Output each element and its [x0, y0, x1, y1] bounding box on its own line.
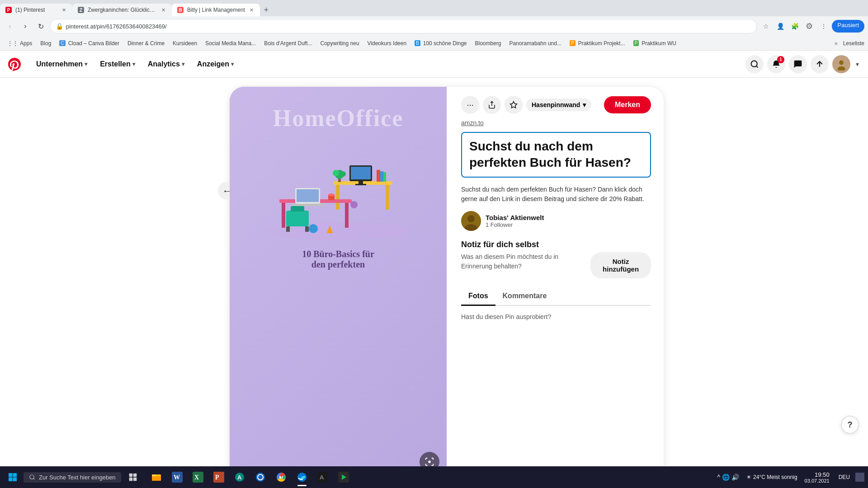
language-indicator[interactable]: DEU	[837, 473, 852, 481]
taskbar-search[interactable]: Zur Suche Text hier eingeben	[24, 472, 121, 483]
task-view-icon	[128, 473, 137, 482]
bookmarks-bar: ⋮⋮ Apps Blog C Cload – Canva Bilder Dinn…	[0, 36, 868, 51]
reload-button[interactable]: ↻	[34, 20, 47, 33]
notifications-button[interactable]: 1	[767, 55, 785, 73]
reading-list-label[interactable]: Leseliste	[843, 40, 864, 47]
tab-kommentare[interactable]: Kommentare	[495, 287, 554, 306]
author-avatar[interactable]	[461, 211, 481, 231]
taskbar-edge[interactable]	[292, 467, 312, 487]
taskbar-chevron-up-icon[interactable]: ^	[717, 474, 721, 481]
browser-tab-1[interactable]: P (1) Pinterest ✕	[0, 4, 72, 16]
security-icon: 🔒	[56, 23, 63, 30]
weather-text: 24°C Meist sonnig	[753, 474, 797, 480]
bookmark-blog[interactable]: Blog	[37, 38, 55, 48]
browser-tab-2[interactable]: Z Zwergkaninchen: Glücklich durc... ✕	[72, 4, 172, 16]
board-selector[interactable]: Hasenpinnwand ▾	[526, 99, 591, 111]
taskbar-app6[interactable]	[250, 467, 270, 487]
svg-text:X: X	[194, 474, 199, 481]
svg-rect-30	[305, 226, 309, 232]
pin-more-button[interactable]: ···	[461, 96, 479, 114]
taskbar-volume-icon[interactable]: 🔊	[731, 474, 739, 481]
pin-star-button[interactable]	[505, 96, 523, 114]
extension-icon[interactable]: 🧩	[788, 20, 801, 33]
windows-icon	[8, 473, 17, 482]
nav-analytics[interactable]: Analytics ▾	[142, 56, 190, 72]
pin-share-button[interactable]	[483, 96, 501, 114]
bookmark-praktikum1[interactable]: P Praktikum Projekt...	[566, 38, 629, 48]
profile-icon[interactable]: 👤	[774, 20, 787, 33]
chromium-icon[interactable]: ⚙	[803, 20, 816, 33]
content-wrapper: ← HomeOffice	[0, 78, 868, 488]
bookmark-blog-label: Blog	[40, 40, 51, 47]
bookmark-panorama[interactable]: Panoramabahn und...	[506, 38, 565, 48]
tab3-close[interactable]: ✕	[249, 6, 255, 14]
taskbar-app5[interactable]: A	[230, 467, 250, 487]
bookmark-apps-label: Apps	[20, 40, 32, 47]
forward-button[interactable]: ›	[19, 20, 32, 33]
bookmark-dinner[interactable]: Dinner & Crime	[124, 38, 168, 48]
bookmark-star-icon[interactable]: ☆	[760, 20, 772, 33]
task-view-button[interactable]	[123, 467, 143, 487]
bookmark-100dinge[interactable]: B 100 schöne Dinge	[411, 38, 470, 48]
new-tab-button[interactable]: +	[260, 4, 273, 16]
more-options-icon[interactable]: ⋮	[817, 20, 830, 33]
powerpoint-icon: P	[213, 472, 224, 483]
tab1-favicon: P	[5, 7, 12, 13]
pin-source-link[interactable]: amzn.to	[461, 119, 651, 127]
nav-analytics-label: Analytics	[148, 60, 180, 68]
taskbar-powerpoint[interactable]: P	[209, 467, 229, 487]
pin-footer-text: 10 Büro-Basics fürden perfekten	[302, 249, 374, 270]
svg-rect-50	[152, 476, 161, 481]
help-button[interactable]: ?	[841, 416, 859, 434]
add-note-button[interactable]: Notiz hinzufügen	[590, 252, 651, 278]
nav-erstellen[interactable]: Erstellen ▾	[94, 56, 141, 72]
save-pin-button[interactable]: Merken	[604, 96, 651, 113]
user-menu-chevron-icon[interactable]: ▾	[854, 59, 861, 70]
show-desktop-button[interactable]	[855, 473, 864, 482]
bookmark-canva[interactable]: C Cload – Canva Bilder	[56, 38, 123, 48]
nav-unternehmen-label: Unternehmen	[36, 60, 83, 68]
start-button[interactable]	[4, 468, 22, 486]
taskbar-app8[interactable]: A	[313, 467, 333, 487]
bookmark-apps[interactable]: ⋮⋮ Apps	[4, 38, 36, 48]
taskbar-excel[interactable]: X	[188, 467, 208, 487]
user-avatar[interactable]	[832, 55, 850, 73]
browser-profile-button[interactable]: Pausiert	[832, 20, 864, 33]
weather-info[interactable]: ☀ 24°C Meist sonnig	[746, 474, 797, 480]
pinterest-app: Unternehmen ▾ Erstellen ▾ Analytics ▾ An…	[0, 51, 868, 488]
address-bar[interactable]: 🔒 pinterest.at/pin/617626536400823469/	[50, 19, 757, 33]
browser-tab-3[interactable]: B Bitly | Link Management ✕	[172, 4, 260, 16]
svg-rect-24	[292, 204, 325, 206]
bookmark-praktikum2[interactable]: P Praktikum WU	[630, 38, 680, 48]
arrow-notification-button[interactable]	[811, 55, 829, 73]
bookmark-videokurs[interactable]: Videokurs Ideen	[364, 38, 410, 48]
tab2-close[interactable]: ✕	[160, 6, 166, 14]
taskbar-explorer[interactable]	[146, 467, 166, 487]
pin-title: Suchst du nach dem perfekten Buch für Ha…	[469, 138, 643, 171]
taskbar-word[interactable]: W	[167, 467, 187, 487]
nav-unternehmen[interactable]: Unternehmen ▾	[31, 56, 93, 72]
back-button[interactable]: ‹	[4, 20, 16, 33]
svg-rect-48	[133, 478, 137, 481]
bookmark-bois[interactable]: Bois d'Argent Duft...	[260, 38, 316, 48]
taskbar-clock[interactable]: 19:50 03.07.2021	[801, 471, 833, 483]
bookmark-social[interactable]: Social Media Mana...	[202, 38, 259, 48]
bookmark-kursideen[interactable]: Kursideen	[169, 38, 201, 48]
taskbar-app9[interactable]	[334, 467, 354, 487]
nav-anzeigen[interactable]: Anzeigen ▾	[192, 56, 239, 72]
toolbar-actions: ☆ 👤 🧩 ⚙ ⋮ Pausiert	[760, 20, 864, 33]
messages-button[interactable]	[789, 55, 807, 73]
author-name[interactable]: Tobias' Aktienwelt	[486, 214, 544, 221]
bookmarks-more-button[interactable]: »	[832, 38, 840, 48]
bookmark-copywriting[interactable]: Copywriting neu	[317, 38, 363, 48]
search-button[interactable]	[745, 55, 764, 73]
clock-time: 19:50	[815, 471, 830, 478]
svg-point-18	[340, 171, 346, 177]
bookmark-bloomberg[interactable]: Bloomberg	[472, 38, 505, 48]
taskbar-network-icon[interactable]: 🌐	[722, 474, 730, 481]
tab1-close[interactable]: ✕	[61, 6, 67, 14]
pinterest-logo[interactable]	[7, 57, 22, 71]
taskbar-chrome[interactable]	[271, 467, 291, 487]
pin-actions-row: ···	[461, 96, 651, 114]
tab-fotos[interactable]: Fotos	[461, 287, 495, 306]
